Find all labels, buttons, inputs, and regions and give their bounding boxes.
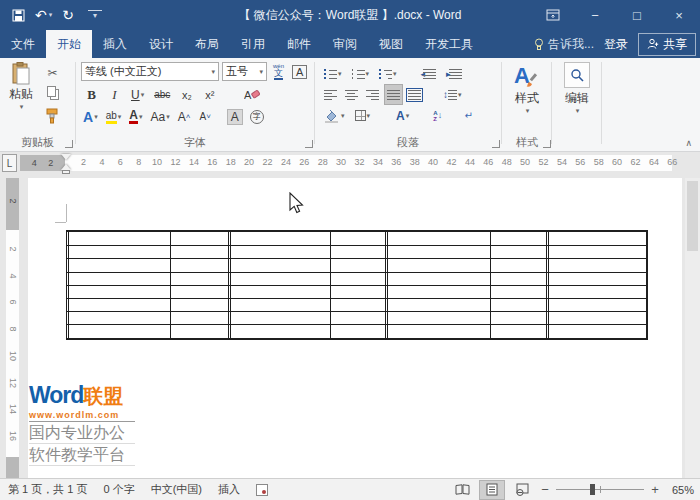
numbering-button[interactable]: ▾ <box>350 64 372 83</box>
show-formatting-marks-button[interactable]: ↵ <box>460 106 477 125</box>
insert-mode-indicator[interactable]: 插入 <box>218 482 240 497</box>
align-right-button[interactable] <box>364 85 381 104</box>
font-color-button[interactable]: A▾ <box>127 107 144 126</box>
styles-button[interactable]: A 样式 ▾ <box>508 62 546 115</box>
table-cell[interactable] <box>170 258 228 271</box>
table-cell[interactable] <box>490 285 546 298</box>
table-cell[interactable] <box>228 272 330 285</box>
zoom-out-button[interactable]: − <box>540 482 550 497</box>
table-cell[interactable] <box>385 258 490 271</box>
table-cell[interactable] <box>170 245 228 258</box>
table-cell[interactable] <box>66 311 170 324</box>
clear-formatting-button[interactable]: A <box>242 85 262 104</box>
highlight-color-button[interactable]: ab▾ <box>104 107 124 126</box>
maximize-button[interactable]: □ <box>616 0 658 30</box>
table-cell[interactable] <box>330 285 385 298</box>
table-cell[interactable] <box>490 258 546 271</box>
macro-record-icon[interactable] <box>256 484 268 496</box>
align-left-button[interactable] <box>322 85 339 104</box>
tab-insert[interactable]: 插入 <box>92 30 138 58</box>
table-cell[interactable] <box>330 324 385 337</box>
editing-button[interactable]: 编辑 ▾ <box>559 62 595 115</box>
phonetic-guide-button[interactable]: wén文 <box>270 62 287 81</box>
table-cell[interactable] <box>385 285 490 298</box>
table-cell[interactable] <box>546 245 646 258</box>
table-cell[interactable] <box>228 311 330 324</box>
table-cell[interactable] <box>66 298 170 311</box>
tab-home[interactable]: 开始 <box>46 30 92 58</box>
table-cell[interactable] <box>66 285 170 298</box>
tab-stop-selector[interactable]: L <box>2 154 17 172</box>
table-cell[interactable] <box>546 258 646 271</box>
character-shading-button[interactable]: A <box>226 107 244 126</box>
zoom-in-button[interactable]: + <box>650 482 660 497</box>
scrollbar-thumb[interactable] <box>687 181 698 251</box>
line-spacing-button[interactable]: ↕▾ <box>441 85 464 104</box>
underline-button[interactable]: U▾ <box>129 85 146 104</box>
table-cell[interactable] <box>228 245 330 258</box>
paragraph-dialog-launcher[interactable] <box>492 140 500 148</box>
read-mode-button[interactable] <box>450 481 474 499</box>
zoom-level-indicator[interactable]: 65% <box>666 484 694 496</box>
superscript-button[interactable]: x² <box>201 85 218 104</box>
close-button[interactable]: × <box>658 0 700 30</box>
language-indicator[interactable]: 中文(中国) <box>151 482 202 497</box>
table-cell[interactable] <box>228 298 330 311</box>
share-button[interactable]: 共享 <box>638 33 696 56</box>
table-cell[interactable] <box>546 298 646 311</box>
bullets-button[interactable]: ▾ <box>322 64 344 83</box>
decrease-indent-button[interactable]: ◂ <box>419 64 439 83</box>
minimize-button[interactable]: − <box>574 0 616 30</box>
table-cell[interactable] <box>330 272 385 285</box>
table-cell[interactable] <box>66 272 170 285</box>
table-cell[interactable] <box>546 232 646 245</box>
table-cell[interactable] <box>170 324 228 337</box>
tell-me-button[interactable]: 告诉我... <box>534 36 594 53</box>
table-cell[interactable] <box>66 232 170 245</box>
table-cell[interactable] <box>490 245 546 258</box>
multilevel-list-button[interactable]: ▾ <box>377 64 399 83</box>
table-cell[interactable] <box>385 324 490 337</box>
zoom-slider[interactable] <box>556 481 644 499</box>
table-cell[interactable] <box>228 324 330 337</box>
table-cell[interactable] <box>546 324 646 337</box>
table-cell[interactable] <box>66 245 170 258</box>
save-icon[interactable] <box>12 9 25 22</box>
table-cell[interactable] <box>490 311 546 324</box>
font-name-combobox[interactable]: 等线 (中文正文)▾ <box>81 62 219 81</box>
table-cell[interactable] <box>385 311 490 324</box>
table-cell[interactable] <box>385 272 490 285</box>
styles-dialog-launcher[interactable] <box>543 140 551 148</box>
table-cell[interactable] <box>490 324 546 337</box>
tab-review[interactable]: 审阅 <box>322 30 368 58</box>
print-layout-button[interactable] <box>480 481 504 499</box>
tab-file[interactable]: 文件 <box>0 30 46 58</box>
subscript-button[interactable]: x₂ <box>178 85 195 104</box>
tab-view[interactable]: 视图 <box>368 30 414 58</box>
document-page[interactable]: Word联盟 www.wordlm.com 国内专业办公 软件教学平台 <box>28 178 682 478</box>
table-cell[interactable] <box>170 272 228 285</box>
undo-button[interactable]: ↶▾ <box>35 7 52 23</box>
table-cell[interactable] <box>170 311 228 324</box>
copy-icon[interactable] <box>47 86 56 97</box>
table-cell[interactable] <box>170 298 228 311</box>
table-cell[interactable] <box>330 245 385 258</box>
table-cell[interactable] <box>228 285 330 298</box>
table-cell[interactable] <box>385 245 490 258</box>
table-cell[interactable] <box>170 232 228 245</box>
redo-button[interactable]: ↻ <box>62 7 74 23</box>
table-cell[interactable] <box>546 311 646 324</box>
table-cell[interactable] <box>330 232 385 245</box>
table-cell[interactable] <box>330 311 385 324</box>
word-count-indicator[interactable]: 0 个字 <box>103 482 134 497</box>
align-center-button[interactable] <box>343 85 360 104</box>
table-cell[interactable] <box>66 258 170 271</box>
font-dialog-launcher[interactable] <box>305 140 313 148</box>
tab-layout[interactable]: 布局 <box>184 30 230 58</box>
justify-button[interactable] <box>385 85 402 104</box>
vertical-ruler[interactable]: 2 246810121416 <box>6 178 19 478</box>
table-cell[interactable] <box>170 285 228 298</box>
character-border-button[interactable]: A <box>290 62 309 81</box>
change-case-button[interactable]: Aa▾ <box>148 107 171 126</box>
asian-layout-button[interactable]: A▾ <box>394 106 411 125</box>
